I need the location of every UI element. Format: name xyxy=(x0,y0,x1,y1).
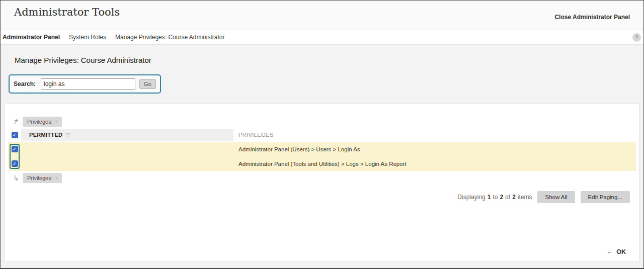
bottom-action-bar: ↳ Privileges: ▾ xyxy=(12,172,636,183)
search-label: Search: xyxy=(14,80,36,87)
pagination-to: to xyxy=(493,194,498,201)
result-rows: ✓ Administrator Panel (Users) > Users > … xyxy=(8,142,636,171)
help-icon[interactable]: ? xyxy=(632,33,641,42)
row-checkbox[interactable]: ✓ xyxy=(12,146,18,152)
permitted-header-cell[interactable]: PERMITTED ▽ xyxy=(21,129,233,141)
check-icon: ✓ xyxy=(13,146,17,152)
privileges-action-label: Privileges: xyxy=(27,175,53,181)
row-permitted-cell xyxy=(21,142,233,156)
search-input[interactable] xyxy=(41,78,135,89)
close-administrator-panel-button[interactable]: Close Administrator Panel xyxy=(554,14,630,21)
row-checkbox-cell: ✓ xyxy=(8,142,21,156)
breadcrumb: Administrator Panel System Roles Manage … xyxy=(1,30,643,45)
pagination-bar: Displaying 1 to 2 of 2 items Show All Ed… xyxy=(8,191,636,203)
privileges-header-cell: PRIVILEGES xyxy=(233,129,636,141)
privileges-action-button-top[interactable]: Privileges: ▾ xyxy=(23,117,62,127)
edit-paging-button[interactable]: Edit Paging... xyxy=(581,191,630,203)
search-go-button[interactable]: Go xyxy=(139,79,156,89)
show-all-button[interactable]: Show All xyxy=(537,191,575,203)
pagination-prefix: Displaying xyxy=(457,194,485,201)
page-title: Manage Privileges: Course Administrator xyxy=(15,56,643,64)
check-icon: ✓ xyxy=(13,132,17,138)
privileges-action-label: Privileges: xyxy=(27,119,53,125)
top-action-bar: ↱ Privileges: ▾ xyxy=(12,116,636,127)
breadcrumb-administrator-panel[interactable]: Administrator Panel xyxy=(3,34,60,41)
privileges-action-button-bottom[interactable]: Privileges: ▾ xyxy=(23,173,62,183)
search-box: Search: Go xyxy=(9,74,161,94)
row-checkbox-cell: ✓ xyxy=(8,156,21,171)
pagination-suffix: items xyxy=(518,194,532,201)
administrator-tools-window: Administrator Tools Close Administrator … xyxy=(0,0,644,269)
pagination-start: 1 xyxy=(488,194,491,201)
table-row: ✓ Administrator Panel (Tools and Utiliti… xyxy=(8,156,636,171)
sort-caret-icon: ▽ xyxy=(65,132,69,138)
breadcrumb-system-roles[interactable]: System Roles xyxy=(69,34,106,41)
permitted-column-label: PERMITTED xyxy=(29,132,62,138)
row-privilege-path: Administrator Panel (Tools and Utilities… xyxy=(233,156,636,171)
pagination-summary: Displaying 1 to 2 of 2 items xyxy=(457,194,532,201)
pagination-end: 2 xyxy=(500,194,503,201)
table-header-row: ✓ PERMITTED ▽ PRIVILEGES xyxy=(8,129,636,141)
pagination-total: 2 xyxy=(512,194,516,201)
row-privilege-path: Administrator Panel (Users) > Users > Lo… xyxy=(233,142,636,156)
table-row: ✓ Administrator Panel (Users) > Users > … xyxy=(8,142,636,156)
row-checkbox[interactable]: ✓ xyxy=(12,160,18,167)
branch-arrow-up-icon: ↱ xyxy=(12,118,20,126)
pagination-of: of xyxy=(505,194,510,201)
top-header: Administrator Tools Close Administrator … xyxy=(1,1,643,30)
chevron-down-icon: ▾ xyxy=(55,175,58,181)
ok-label: OK xyxy=(616,248,626,255)
branch-arrow-down-icon: ↳ xyxy=(12,174,20,182)
chevron-down-icon: ▾ xyxy=(55,119,58,124)
content-area: Manage Privileges: Course Administrator … xyxy=(1,45,643,268)
row-permitted-cell xyxy=(21,156,233,171)
ok-button[interactable]: ← OK xyxy=(606,248,626,255)
check-icon: ✓ xyxy=(13,161,17,166)
app-title: Administrator Tools xyxy=(14,6,120,18)
left-arrow-icon: ← xyxy=(606,248,613,255)
breadcrumb-manage-privileges: Manage Privileges: Course Administrator xyxy=(115,34,224,41)
select-all-checkbox[interactable]: ✓ xyxy=(12,132,18,138)
privileges-list-panel: ↱ Privileges: ▾ ✓ PERMITTED ▽ PRIVILEGES xyxy=(5,104,639,262)
select-all-cell: ✓ xyxy=(8,129,21,141)
privileges-column-label: PRIVILEGES xyxy=(238,132,273,138)
